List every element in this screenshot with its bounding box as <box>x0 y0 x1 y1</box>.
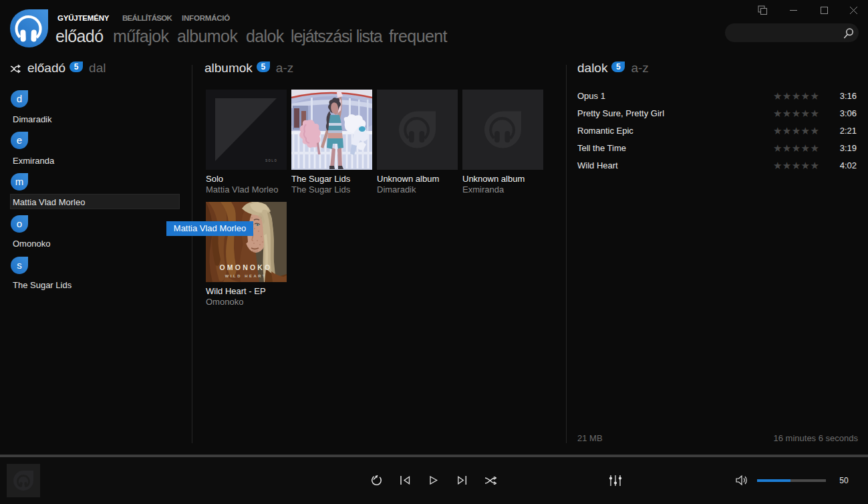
svg-text:OMONOKO: OMONOKO <box>220 263 273 271</box>
svg-text:WILD HEART: WILD HEART <box>225 274 267 278</box>
svg-text:SOLO: SOLO <box>265 158 277 163</box>
